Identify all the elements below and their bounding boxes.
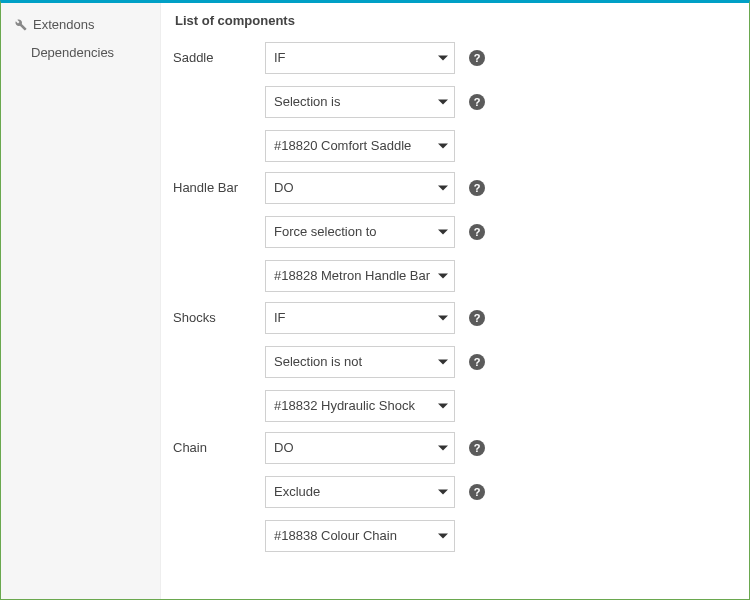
control-line: Force selection to? [265,216,485,248]
component-label: Shocks [173,302,265,325]
control-line: #18838 Colour Chain? [265,520,485,552]
help-icon[interactable]: ? [469,224,485,240]
sidebar-item-label: Dependencies [31,43,114,63]
control-line: IF? [265,302,485,334]
select-dropdown[interactable]: Selection is [265,86,455,118]
control-line: #18828 Metron Handle Bar? [265,260,485,292]
sidebar-item-label: Extendons [33,15,94,35]
help-icon[interactable]: ? [469,94,485,110]
select-value[interactable]: #18820 Comfort Saddle [265,130,455,162]
component-controls: IF?Selection is not?#18832 Hydraulic Sho… [265,302,485,422]
component-row: Handle BarDO?Force selection to?#18828 M… [173,172,729,292]
select-dropdown[interactable]: #18820 Comfort Saddle [265,130,455,162]
control-line: Selection is? [265,86,485,118]
select-dropdown[interactable]: Exclude [265,476,455,508]
select-value[interactable]: #18832 Hydraulic Shock [265,390,455,422]
select-value[interactable]: DO [265,432,455,464]
control-line: Exclude? [265,476,485,508]
select-value[interactable]: #18838 Colour Chain [265,520,455,552]
control-line: IF? [265,42,485,74]
help-icon[interactable]: ? [469,484,485,500]
section-title: List of components [173,13,729,42]
component-row: SaddleIF?Selection is?#18820 Comfort Sad… [173,42,729,162]
control-line: DO? [265,432,485,464]
control-line: #18820 Comfort Saddle? [265,130,485,162]
help-icon[interactable]: ? [469,354,485,370]
select-dropdown[interactable]: #18828 Metron Handle Bar [265,260,455,292]
control-line: Selection is not? [265,346,485,378]
component-controls: DO?Force selection to?#18828 Metron Hand… [265,172,485,292]
component-label: Saddle [173,42,265,65]
control-line: DO? [265,172,485,204]
select-dropdown[interactable]: #18838 Colour Chain [265,520,455,552]
select-value[interactable]: Exclude [265,476,455,508]
component-label: Chain [173,432,265,455]
component-controls: IF?Selection is?#18820 Comfort Saddle? [265,42,485,162]
select-dropdown[interactable]: Selection is not [265,346,455,378]
select-dropdown[interactable]: IF [265,42,455,74]
help-icon[interactable]: ? [469,180,485,196]
help-icon[interactable]: ? [469,50,485,66]
component-label: Handle Bar [173,172,265,195]
help-icon[interactable]: ? [469,310,485,326]
select-value[interactable]: DO [265,172,455,204]
help-icon[interactable]: ? [469,440,485,456]
sidebar: Extendons Dependencies [1,3,161,599]
select-dropdown[interactable]: #18832 Hydraulic Shock [265,390,455,422]
select-dropdown[interactable]: DO [265,432,455,464]
select-value[interactable]: Selection is [265,86,455,118]
select-value[interactable]: #18828 Metron Handle Bar [265,260,455,292]
sidebar-item-dependencies[interactable]: Dependencies [1,39,160,67]
select-value[interactable]: Force selection to [265,216,455,248]
control-line: #18832 Hydraulic Shock? [265,390,485,422]
select-dropdown[interactable]: Force selection to [265,216,455,248]
component-controls: DO?Exclude?#18838 Colour Chain? [265,432,485,552]
component-row: ChainDO?Exclude?#18838 Colour Chain? [173,432,729,552]
main-panel: List of components SaddleIF?Selection is… [161,3,749,599]
app-frame: Extendons Dependencies List of component… [0,0,750,600]
select-dropdown[interactable]: IF [265,302,455,334]
sidebar-item-extendons[interactable]: Extendons [1,11,160,39]
components-container: SaddleIF?Selection is?#18820 Comfort Sad… [173,42,729,552]
select-value[interactable]: IF [265,302,455,334]
select-dropdown[interactable]: DO [265,172,455,204]
component-row: ShocksIF?Selection is not?#18832 Hydraul… [173,302,729,422]
select-value[interactable]: Selection is not [265,346,455,378]
select-value[interactable]: IF [265,42,455,74]
wrench-icon [15,19,27,31]
